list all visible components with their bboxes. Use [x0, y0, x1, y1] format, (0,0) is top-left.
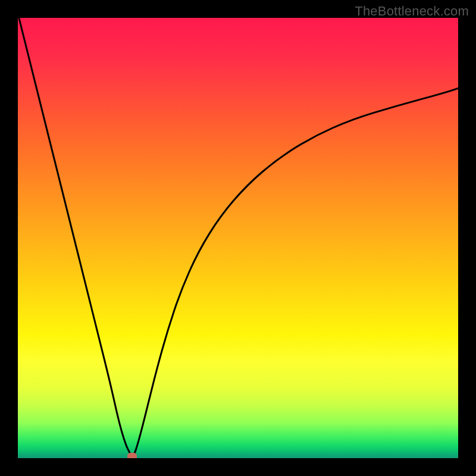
- curve-svg: [18, 18, 458, 458]
- plot-area: [18, 18, 458, 458]
- minimum-marker: [127, 453, 137, 458]
- bottleneck-curve: [18, 18, 458, 456]
- chart-frame: TheBottleneck.com: [0, 0, 476, 476]
- watermark-text: TheBottleneck.com: [355, 4, 469, 19]
